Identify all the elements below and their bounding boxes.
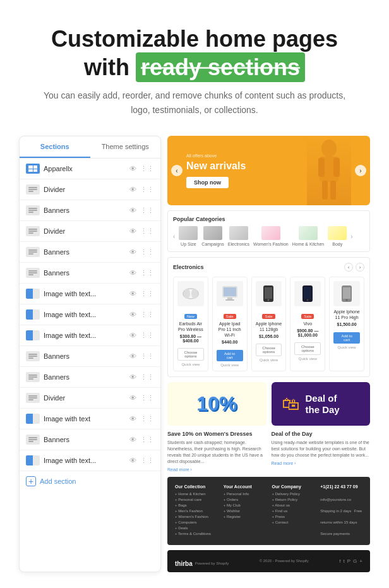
product-price-4: $900.80 — $1,000.00: [294, 328, 321, 337]
svg-rect-12: [225, 299, 234, 301]
category-label: Body: [332, 242, 342, 246]
sidebar-item-image-text-2[interactable]: Image with text... 👁 ⋮⋮: [20, 304, 160, 325]
sidebar-item-divider-3[interactable]: Divider 👁 ⋮⋮: [20, 388, 160, 409]
drag-icon[interactable]: ⋮⋮: [140, 248, 154, 256]
tab-theme-settings[interactable]: Theme settings: [90, 136, 161, 158]
category-body[interactable]: Body: [328, 226, 347, 246]
eye-icon[interactable]: 👁: [129, 207, 136, 214]
drag-icon[interactable]: ⋮⋮: [140, 352, 154, 361]
product-quick-1[interactable]: Quick view: [177, 363, 204, 366]
drag-icon[interactable]: ⋮⋮: [140, 227, 154, 236]
product-btn-3[interactable]: Choose options: [256, 344, 282, 356]
elec-nav-left[interactable]: ‹: [344, 263, 353, 272]
hero-nav-left[interactable]: ‹: [171, 165, 183, 176]
banners-icon-2: [26, 247, 40, 257]
cat-nav-right[interactable]: ›: [350, 233, 352, 240]
eye-icon[interactable]: 👁: [129, 165, 136, 172]
footer-link: + Deals: [175, 526, 217, 530]
product-quick-5[interactable]: Quick view: [333, 345, 360, 349]
image-text-icon-5: [26, 455, 40, 465]
eye-icon[interactable]: 👁: [129, 311, 136, 318]
drag-icon[interactable]: ⋮⋮: [140, 394, 154, 402]
category-electronics[interactable]: Electronics: [228, 226, 249, 246]
sidebar-item-label: Banners: [44, 373, 126, 381]
sidebar-item-banners-6[interactable]: Banners 👁 ⋮⋮: [20, 429, 160, 450]
category-shoes[interactable]: Up Size: [179, 226, 198, 246]
drag-icon[interactable]: ⋮⋮: [140, 415, 154, 423]
svg-rect-14: [265, 287, 272, 299]
product-btn-4[interactable]: Choose options: [294, 342, 321, 355]
footer-link: + Men's Fashion: [175, 509, 217, 513]
sidebar-item-banners-5[interactable]: Banners 👁 ⋮⋮: [20, 367, 160, 388]
header-subtitle: You can easily add, reorder, and remove …: [38, 88, 351, 117]
footer-link: + Press: [272, 515, 314, 519]
sidebar-item-banners-4[interactable]: Banners 👁 ⋮⋮: [20, 346, 160, 367]
sidebar-item-banners-3[interactable]: Banners 👁 ⋮⋮: [20, 263, 160, 284]
eye-icon[interactable]: 👁: [129, 373, 136, 381]
eye-icon[interactable]: 👁: [129, 457, 136, 464]
sidebar-item-banners-2[interactable]: Banners 👁 ⋮⋮: [20, 242, 160, 263]
drag-icon[interactable]: ⋮⋮: [140, 311, 154, 319]
product-btn-5[interactable]: Add to cart: [333, 332, 360, 344]
sidebar-item-image-text-3[interactable]: Image with text... 👁 ⋮⋮: [20, 325, 160, 346]
category-cameras[interactable]: Campaigns: [201, 226, 224, 246]
sidebar-item-banners-1[interactable]: Banners 👁 ⋮⋮: [20, 200, 160, 221]
eye-icon[interactable]: 👁: [129, 332, 136, 339]
cat-nav-left[interactable]: ‹: [173, 233, 175, 240]
hero-shop-button[interactable]: Shop now: [186, 177, 229, 188]
drag-icon[interactable]: ⋮⋮: [140, 332, 154, 340]
sidebar-item-divider-2[interactable]: Divider 👁 ⋮⋮: [20, 221, 160, 242]
google-icon[interactable]: G: [353, 558, 357, 564]
product-quick-3[interactable]: Quick view: [256, 358, 282, 362]
svg-point-18: [307, 299, 309, 301]
facebook-icon[interactable]: f: [339, 558, 340, 564]
drag-icon[interactable]: ⋮⋮: [140, 207, 154, 215]
footer-link: + Personal care: [175, 498, 217, 501]
sidebar-item-divider-1[interactable]: Divider 👁 ⋮⋮: [20, 179, 160, 200]
twitter-icon[interactable]: t: [344, 558, 345, 564]
blog-read-more-right[interactable]: Read more ›: [272, 461, 371, 465]
hero-nav-right[interactable]: ›: [355, 165, 366, 176]
footer-link: + Return Policy: [272, 498, 314, 501]
footer-link: + Orders: [224, 498, 266, 501]
elec-nav-right[interactable]: ›: [356, 263, 364, 272]
eye-icon[interactable]: 👁: [129, 394, 136, 402]
drag-icon[interactable]: ⋮⋮: [140, 457, 154, 465]
eye-icon[interactable]: 👁: [129, 269, 136, 277]
product-btn-1[interactable]: Choose options: [177, 348, 204, 361]
drag-icon[interactable]: ⋮⋮: [140, 290, 154, 298]
deal-of-day-banner: 🛍 Deal of the Day: [272, 382, 371, 426]
category-home[interactable]: Home & Kitchen: [292, 226, 325, 246]
product-quick-2[interactable]: Quick view: [217, 363, 243, 367]
item-actions: 👁 ⋮⋮: [129, 227, 154, 236]
blog-read-more-left[interactable]: Read more ›: [167, 467, 266, 472]
drag-icon[interactable]: ⋮⋮: [140, 186, 154, 194]
sidebar-item-image-text-1[interactable]: Image with text... 👁 ⋮⋮: [20, 284, 160, 304]
footer-link: + Home & Kitchen: [175, 492, 217, 496]
eye-icon[interactable]: 👁: [129, 415, 136, 423]
sidebar-item-apparellx[interactable]: Apparellx 👁 ⋮⋮: [20, 159, 160, 179]
eye-icon[interactable]: 👁: [129, 248, 136, 256]
drag-icon[interactable]: ⋮⋮: [140, 269, 154, 277]
eye-icon[interactable]: 👁: [129, 186, 136, 193]
pinterest-icon[interactable]: P: [347, 558, 350, 564]
drag-icon[interactable]: ⋮⋮: [140, 165, 154, 173]
preview-area: ‹ All offers above New arrivals Shop now…: [167, 136, 370, 572]
drag-icon[interactable]: ⋮⋮: [140, 436, 154, 444]
plus-icon[interactable]: +: [359, 558, 362, 564]
eye-icon[interactable]: 👁: [129, 436, 136, 443]
product-btn-2[interactable]: Add to cart: [217, 350, 243, 361]
eye-icon[interactable]: 👁: [129, 352, 136, 360]
tab-sections[interactable]: Sections: [20, 136, 90, 158]
eye-icon[interactable]: 👁: [129, 290, 136, 297]
sidebar-item-image-text-4[interactable]: Image with text 👁 ⋮⋮: [20, 409, 160, 429]
sidebar-item-image-text-5[interactable]: Image with text... 👁 ⋮⋮: [20, 450, 160, 471]
eye-icon[interactable]: 👁: [129, 227, 136, 235]
deal-text: Deal of the Day: [306, 393, 340, 416]
product-badge-3: Sale: [262, 314, 275, 319]
category-women[interactable]: Women's Fashion: [253, 226, 289, 246]
drag-icon[interactable]: ⋮⋮: [140, 373, 154, 381]
add-section-button[interactable]: + Add section: [20, 471, 160, 491]
highlight-text: ready sections: [136, 52, 305, 82]
product-quick-4[interactable]: Quick view: [294, 357, 321, 361]
